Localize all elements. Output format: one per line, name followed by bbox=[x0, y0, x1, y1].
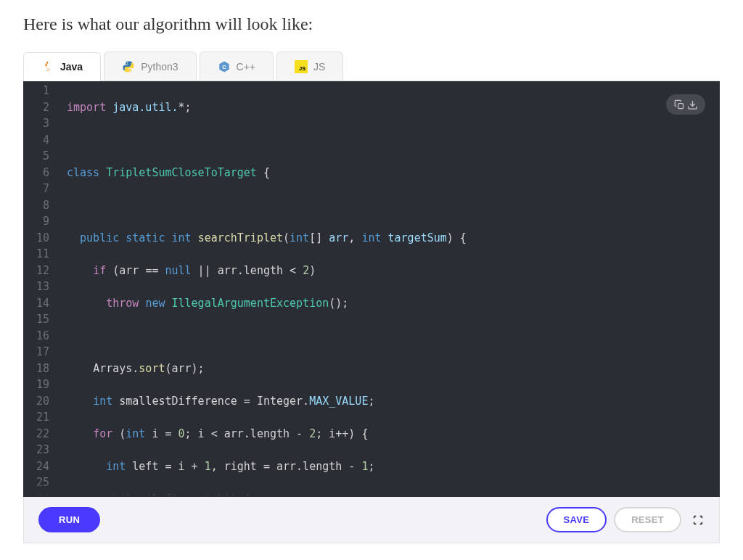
tab-label: Python3 bbox=[141, 61, 178, 73]
language-tabs: Java Python3 C C++ JS JS bbox=[23, 52, 720, 81]
run-button[interactable]: RUN bbox=[38, 507, 100, 532]
java-icon bbox=[41, 60, 54, 73]
editor-toolbar: RUN SAVE RESET bbox=[23, 497, 720, 543]
python-icon bbox=[122, 60, 135, 73]
tab-cpp[interactable]: C C++ bbox=[200, 52, 274, 81]
code-editor[interactable]: 1 2 3 4 5 6 7 8 9 10 11 12 13 14 15 16 1… bbox=[23, 81, 720, 497]
download-icon[interactable] bbox=[686, 99, 698, 110]
svg-text:C: C bbox=[222, 64, 226, 70]
tab-js[interactable]: JS JS bbox=[276, 52, 343, 81]
save-button[interactable]: SAVE bbox=[546, 507, 607, 532]
tab-java[interactable]: Java bbox=[23, 52, 101, 81]
page-heading: Here is what our algorithm will look lik… bbox=[23, 15, 720, 34]
cpp-icon: C bbox=[218, 60, 231, 73]
tab-python3[interactable]: Python3 bbox=[104, 52, 196, 81]
editor-action-bar bbox=[666, 94, 705, 115]
svg-text:JS: JS bbox=[299, 65, 305, 72]
tab-label: C++ bbox=[237, 61, 255, 73]
copy-icon[interactable] bbox=[673, 99, 685, 110]
reset-button[interactable]: RESET bbox=[614, 507, 681, 532]
line-number-gutter: 1 2 3 4 5 6 7 8 9 10 11 12 13 14 15 16 1… bbox=[23, 81, 61, 497]
js-icon: JS bbox=[295, 60, 308, 73]
tab-label: JS bbox=[313, 61, 325, 73]
svg-rect-3 bbox=[678, 103, 683, 108]
fullscreen-icon[interactable] bbox=[691, 514, 705, 527]
code-content[interactable]: import java.util.*; class TripletSumClos… bbox=[61, 81, 720, 497]
tab-label: Java bbox=[60, 61, 83, 73]
